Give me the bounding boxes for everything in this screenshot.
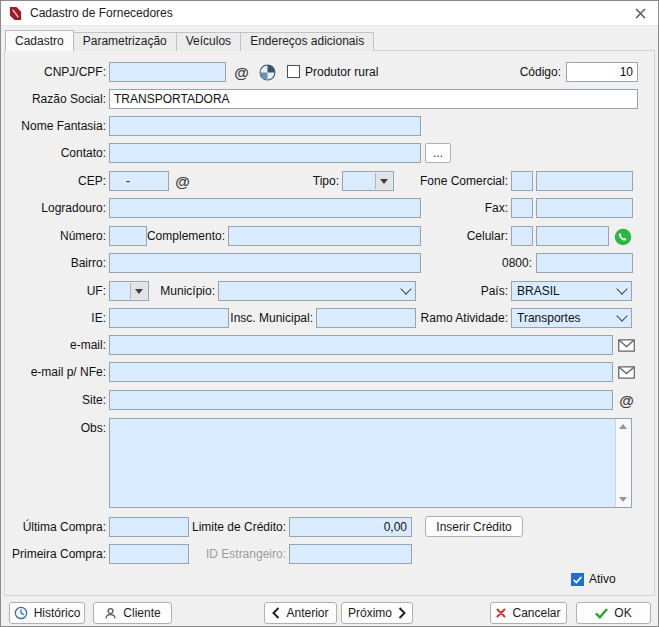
cadastro-fornecedores-window: Cadastro de Fornecedores Cadastro Parame… [0, 0, 659, 627]
email-nfe-input[interactable] [109, 362, 613, 382]
email-nfe-label: e-mail p/ NFe: [6, 362, 106, 382]
ok-button[interactable]: OK [576, 602, 651, 624]
chevron-down-icon[interactable] [614, 310, 630, 326]
email-nfe-send-button[interactable] [616, 362, 637, 383]
cnpj-label: CNPJ/CPF: [6, 62, 106, 82]
obs-textarea[interactable] [110, 419, 620, 511]
ok-label: OK [614, 606, 631, 620]
contato-search-button[interactable]: ... [425, 143, 451, 163]
pais-select[interactable]: BRASIL [511, 281, 632, 301]
at-globe-icon: @ [175, 174, 190, 189]
fone-comercial-ddd-input[interactable] [511, 171, 533, 191]
cnpj-registry-lookup-button[interactable] [257, 62, 278, 83]
ultima-compra-input[interactable] [109, 517, 189, 537]
history-clock-icon [14, 606, 28, 620]
inserir-credito-label: Inserir Crédito [436, 520, 511, 534]
ok-check-icon [595, 608, 608, 619]
ultima-compra-label: Última Compra: [6, 517, 106, 537]
tab-veiculos[interactable]: Veículos [176, 32, 241, 51]
whatsapp-icon [614, 228, 632, 246]
primeira-compra-input[interactable] [109, 544, 189, 564]
tab-cadastro[interactable]: Cadastro [5, 30, 74, 51]
registry-logo-icon [259, 64, 276, 81]
produtor-rural-checkbox[interactable] [287, 65, 300, 78]
logradouro-input[interactable] [109, 198, 421, 218]
inserir-credito-button[interactable]: Inserir Crédito [425, 516, 523, 537]
celular-label: Celular: [408, 226, 508, 246]
close-icon [635, 8, 646, 19]
contato-input[interactable] [109, 143, 421, 163]
nome-fantasia-label: Nome Fantasia: [6, 116, 106, 136]
scroll-down-icon[interactable] [619, 497, 627, 502]
scroll-up-icon[interactable] [619, 424, 627, 429]
chevron-down-icon[interactable] [614, 283, 630, 299]
cnpj-web-lookup-button[interactable]: @ [231, 62, 252, 83]
limite-credito-label: Limite de Crédito: [186, 517, 286, 537]
tel0800-input[interactable] [536, 253, 633, 273]
id-estrangeiro-input[interactable] [289, 544, 412, 564]
email-send-button[interactable] [616, 335, 637, 356]
cep-lookup-button[interactable]: @ [172, 171, 193, 192]
cep-label: CEP: [6, 171, 106, 191]
limite-credito-input[interactable] [289, 517, 412, 537]
chevron-right-icon [398, 607, 406, 619]
logradouro-label: Logradouro: [6, 198, 106, 218]
razao-social-input[interactable] [109, 89, 638, 109]
proximo-button[interactable]: Próximo [341, 602, 413, 624]
ie-label: IE: [6, 308, 106, 328]
ramo-atividade-value: Transportes [517, 309, 613, 327]
celular-ddd-input[interactable] [511, 226, 533, 246]
municipio-select[interactable] [218, 281, 416, 301]
window-title: Cadastro de Fornecedores [30, 6, 173, 20]
tab-parametrizacao[interactable]: Parametrização [73, 32, 177, 51]
close-button[interactable] [622, 1, 658, 25]
fax-ddd-input[interactable] [511, 198, 533, 218]
ativo-checkbox[interactable] [571, 573, 584, 586]
proximo-label: Próximo [348, 606, 392, 620]
tel0800-label: 0800: [432, 253, 532, 273]
tipo-label: Tipo: [239, 171, 339, 191]
produtor-rural-label: Produtor rural [305, 62, 378, 82]
ie-input[interactable] [109, 308, 229, 328]
historico-button[interactable]: Histórico [9, 602, 85, 624]
email-input[interactable] [109, 335, 613, 355]
whatsapp-button[interactable] [612, 226, 633, 247]
dropdown-arrow-icon[interactable] [375, 173, 392, 189]
email-label: e-mail: [6, 335, 106, 355]
tab-enderecos-adicionais[interactable]: Endereços adicionais [240, 32, 374, 51]
nome-fantasia-input[interactable] [109, 116, 421, 136]
fone-comercial-input[interactable] [536, 171, 633, 191]
obs-scrollbar[interactable] [615, 419, 631, 507]
tipo-value [348, 172, 375, 190]
complemento-input[interactable] [228, 226, 421, 246]
municipio-value [224, 282, 397, 300]
bairro-input[interactable] [109, 253, 421, 273]
at-globe-icon: @ [619, 393, 634, 408]
insc-municipal-input[interactable] [316, 308, 416, 328]
cnpj-input[interactable] [109, 62, 226, 82]
obs-label: Obs: [6, 418, 106, 438]
site-input[interactable] [109, 390, 613, 410]
cliente-button[interactable]: Cliente [93, 602, 172, 624]
codigo-label: Código: [461, 62, 561, 82]
site-open-button[interactable]: @ [616, 390, 637, 411]
cep-input[interactable] [109, 171, 169, 191]
cancelar-button[interactable]: Cancelar [490, 602, 567, 624]
cancel-x-icon [496, 608, 506, 618]
numero-label: Número: [6, 226, 106, 246]
pais-value: BRASIL [517, 282, 613, 300]
ramo-atividade-select[interactable]: Transportes [511, 308, 632, 328]
complemento-label: Complemento: [125, 226, 225, 246]
envelope-icon [618, 366, 635, 379]
bairro-label: Bairro: [6, 253, 106, 273]
tipo-select[interactable] [342, 171, 394, 191]
historico-label: Histórico [34, 606, 81, 620]
fax-input[interactable] [536, 198, 633, 218]
codigo-input[interactable] [566, 62, 638, 82]
envelope-icon [618, 339, 635, 352]
anterior-button[interactable]: Anterior [264, 602, 337, 624]
app-logo-icon [8, 6, 23, 21]
celular-input[interactable] [536, 226, 609, 246]
municipio-label: Município: [115, 281, 215, 301]
cliente-label: Cliente [123, 606, 160, 620]
